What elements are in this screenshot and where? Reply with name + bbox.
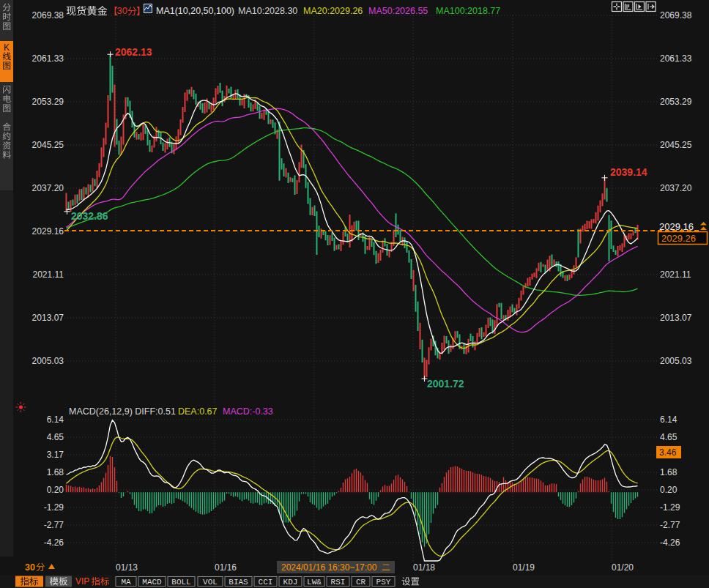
svg-text:2005.03: 2005.03: [32, 356, 64, 366]
svg-text:MA50:2026.55: MA50:2026.55: [368, 6, 428, 16]
svg-text:2069.38: 2069.38: [660, 10, 692, 21]
svg-text:30: 30: [25, 562, 35, 573]
svg-text:2029.16: 2029.16: [32, 226, 64, 237]
svg-text:01/13: 01/13: [116, 562, 138, 573]
svg-text:4.65: 4.65: [47, 432, 64, 442]
svg-text:2037.20: 2037.20: [32, 183, 64, 193]
svg-text:2045.25: 2045.25: [32, 140, 64, 150]
svg-text:2013.07: 2013.07: [32, 313, 64, 323]
svg-text:MA100:2018.77: MA100:2018.77: [436, 6, 500, 16]
svg-text:2032.86: 2032.86: [71, 210, 108, 222]
svg-text:-1.29: -1.29: [660, 502, 680, 513]
svg-text:2069.38: 2069.38: [32, 10, 64, 21]
svg-text:MACD: MACD: [142, 578, 162, 587]
svg-text:MACD:-0.33: MACD:-0.33: [223, 406, 273, 417]
svg-text:30: 30: [117, 5, 127, 16]
svg-text:MA20:2029.26: MA20:2029.26: [303, 6, 363, 16]
svg-text:VOL: VOL: [203, 578, 218, 587]
svg-text:6.14: 6.14: [47, 414, 64, 425]
svg-text:LW&: LW&: [307, 578, 322, 587]
svg-text:4.65: 4.65: [660, 432, 678, 442]
svg-text:2062.13: 2062.13: [115, 46, 152, 58]
svg-text:MA1(10,20,50,100): MA1(10,20,50,100): [156, 6, 234, 16]
svg-text:MA10:2028.30: MA10:2028.30: [238, 6, 297, 16]
svg-text:2061.33: 2061.33: [32, 53, 64, 64]
svg-text:01/19: 01/19: [513, 562, 535, 573]
svg-text:CR: CR: [356, 578, 366, 587]
svg-text:2053.29: 2053.29: [660, 97, 692, 107]
svg-text:-1.29: -1.29: [44, 502, 64, 513]
svg-text:2061.33: 2061.33: [660, 53, 692, 64]
svg-text:2037.20: 2037.20: [660, 183, 692, 193]
svg-text:6.14: 6.14: [660, 414, 678, 425]
svg-text:3.46: 3.46: [659, 447, 677, 458]
svg-text:2039.14: 2039.14: [610, 166, 647, 178]
svg-text:KDJ: KDJ: [283, 578, 298, 587]
svg-text:BIAS: BIAS: [229, 578, 248, 587]
svg-text:1.68: 1.68: [660, 467, 678, 477]
svg-text:-4.26: -4.26: [660, 537, 680, 548]
svg-text:2013.07: 2013.07: [660, 313, 692, 323]
svg-text:-2.77: -2.77: [660, 520, 680, 530]
svg-text:3.17: 3.17: [47, 450, 64, 460]
svg-text:-2.77: -2.77: [44, 520, 64, 530]
svg-text:PSY: PSY: [376, 578, 391, 587]
svg-text:BOLL: BOLL: [171, 578, 190, 587]
svg-text:2005.03: 2005.03: [660, 356, 692, 366]
svg-text:2021.11: 2021.11: [33, 269, 64, 280]
svg-text:-4.26: -4.26: [44, 537, 64, 548]
svg-text:2021.11: 2021.11: [660, 269, 691, 280]
svg-text:01/20: 01/20: [612, 562, 634, 573]
svg-text:VIP: VIP: [75, 576, 89, 587]
svg-text:2029.16: 2029.16: [659, 221, 694, 232]
svg-text:DEA:0.67: DEA:0.67: [178, 406, 218, 417]
svg-text:2024/01/16 16:30~17:00: 2024/01/16 16:30~17:00: [281, 562, 377, 573]
svg-text:01/16: 01/16: [215, 562, 237, 573]
svg-text:K: K: [4, 42, 10, 53]
svg-text:2053.29: 2053.29: [32, 97, 64, 107]
svg-text:CCI: CCI: [259, 578, 273, 587]
svg-text:1.68: 1.68: [47, 467, 64, 477]
svg-text:0.20: 0.20: [47, 485, 64, 495]
svg-text:2045.25: 2045.25: [660, 140, 692, 150]
svg-text:0.20: 0.20: [660, 485, 678, 495]
svg-text:01/18: 01/18: [413, 562, 435, 573]
svg-text:2001.72: 2001.72: [427, 378, 464, 390]
svg-text:MACD(26,12,9) DIFF:0.51: MACD(26,12,9) DIFF:0.51: [69, 406, 176, 417]
svg-text:2029.26: 2029.26: [661, 233, 696, 244]
svg-text:MA: MA: [121, 578, 131, 587]
svg-text:RSI: RSI: [331, 578, 346, 587]
